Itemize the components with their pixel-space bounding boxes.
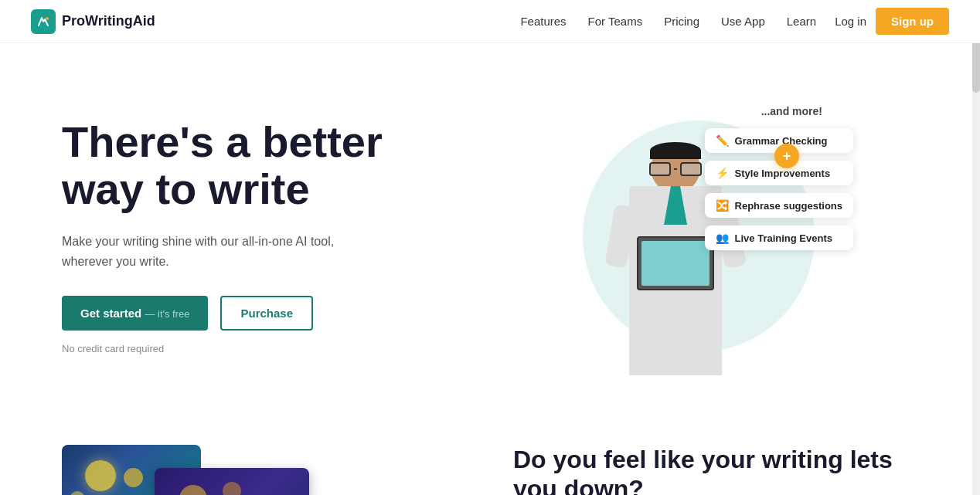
section2-right: Do you feel like your writing lets you d… (513, 445, 918, 495)
feature-pill-training: 👥 Live Training Events (705, 225, 853, 250)
logo-link[interactable]: ProWritingAid (31, 9, 155, 34)
svg-point-1 (179, 485, 207, 495)
nav-links: Features For Teams Pricing Use App Learn (520, 15, 816, 29)
brand-name: ProWritingAid (62, 13, 155, 29)
and-more-label: ...and more! (761, 105, 822, 117)
signup-button[interactable]: Sign up (876, 8, 949, 35)
nav-use-app[interactable]: Use App (721, 15, 765, 28)
plus-badge: + (774, 144, 799, 168)
nav-pricing[interactable]: Pricing (664, 15, 699, 28)
section2-left: My idea in my head (62, 445, 467, 495)
hero-title: There's a better way to write (62, 118, 479, 213)
hero-right: ✏️ Grammar Checking ⚡ Style Improvements… (479, 90, 918, 383)
artwork-container: My idea in my head (62, 445, 325, 495)
hero-buttons: Get started — it's free Purchase (62, 296, 479, 331)
rephrase-icon: 🔀 (716, 199, 729, 212)
grammar-icon: ✏️ (716, 134, 729, 147)
style-icon: ⚡ (716, 167, 729, 179)
section2-title: Do you feel like your writing lets you d… (513, 445, 918, 495)
svg-point-2 (223, 482, 241, 495)
login-button[interactable]: Log in (835, 15, 866, 28)
training-icon: 👥 (716, 232, 729, 244)
get-started-button[interactable]: Get started — it's free (62, 296, 208, 331)
svg-point-0 (46, 17, 49, 20)
hero-section: There's a better way to write Make your … (0, 43, 980, 414)
hero-illustration: ✏️ Grammar Checking ⚡ Style Improvements… (552, 97, 846, 375)
hero-left: There's a better way to write Make your … (62, 118, 479, 354)
nav-features[interactable]: Features (520, 15, 566, 28)
nav-learn[interactable]: Learn (787, 15, 816, 28)
navbar: ProWritingAid Features For Teams Pricing… (0, 0, 980, 43)
nav-for-teams[interactable]: For Teams (588, 15, 643, 28)
feature-pill-rephrase: 🔀 Rephrase suggestions (705, 193, 853, 218)
logo-icon (31, 9, 56, 34)
hero-subtitle: Make your writing shine with our all-in-… (62, 232, 371, 271)
section2: My idea in my head Do you feel like your… (0, 414, 980, 495)
scrollbar[interactable] (972, 0, 980, 495)
no-credit-text: No credit card required (62, 343, 479, 354)
artwork-overlay (155, 468, 309, 495)
free-tag: — it's free (145, 308, 189, 320)
purchase-button[interactable]: Purchase (220, 296, 313, 331)
